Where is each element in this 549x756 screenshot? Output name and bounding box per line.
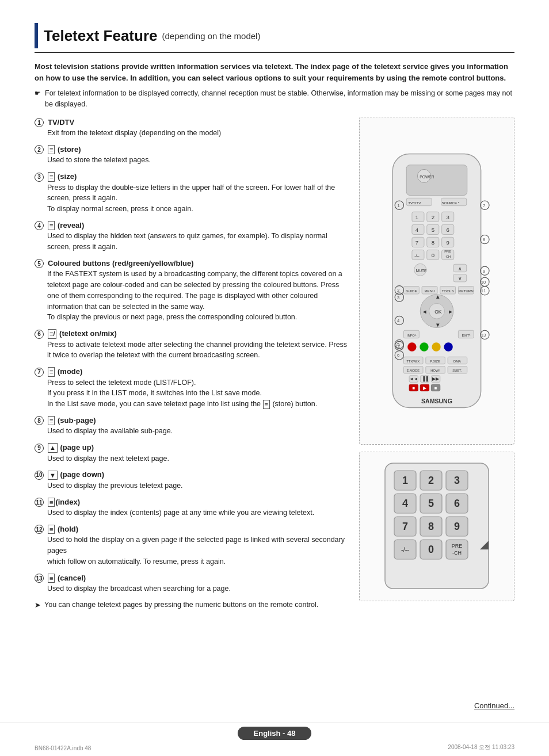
item-4-header: 4 ≡ (reveal) [35,220,350,231]
item-3: 3 ≡ (size) Press to display the double-s… [35,171,350,215]
svg-text:1: 1 [415,213,418,220]
item-9-header: 9 ▲ (page up) [35,442,350,453]
svg-text:PRE: PRE [444,250,451,253]
svg-text:4: 4 [415,226,419,232]
svg-text:-/--: -/-- [401,546,409,553]
item-13-body: Used to display the broadcast when searc… [47,583,350,594]
item-7: 7 ≡ (mode) Press to select the teletext … [35,366,350,410]
item-6-body: Press to activate teletext mode after se… [47,339,350,361]
svg-text:6: 6 [397,353,399,358]
page-wrapper: Teletext Feature (depending on the model… [0,0,549,756]
svg-text:4: 4 [402,498,408,509]
item-8-num: 8 [35,416,44,425]
item-8: 8 ≡ (sub-page) Used to display the avail… [35,415,350,437]
item-13: 13 ≡ (cancel) Used to display the broadc… [35,572,350,594]
item-4: 4 ≡ (reveal) Used to display the hidden … [35,220,350,253]
item-12-body: Used to hold the display on a given page… [47,534,350,567]
svg-text:8: 8 [432,239,434,245]
svg-text:11: 11 [481,288,486,293]
svg-text:EXIT⁶: EXIT⁶ [462,333,471,337]
svg-text:◄: ◄ [422,308,427,314]
svg-text:▶▶: ▶▶ [432,376,440,381]
arrow-symbol: ➤ [35,600,41,611]
item-5-num: 5 [35,259,44,268]
item-2: 2 ≡ (store) Used to store the teletext p… [35,144,350,166]
svg-text:►: ► [448,308,453,314]
item-4-num: 4 [35,221,44,230]
item-5: 5 Coloured buttons (red/green/yellow/blu… [35,258,350,323]
item-6-header: 6 ≡/ (teletext on/mix) [35,328,350,339]
svg-text:INFO⁴: INFO⁴ [407,333,417,337]
bottom-bar: English - 48 [0,723,549,740]
svg-text:1: 1 [402,475,408,486]
item-10-header: 10 ▼ (page down) [35,469,350,480]
item-2-body: Used to store the teletext pages. [47,155,350,166]
remote-main-image: POWER TV/DTV SOURCE ⁿ 1 7 1 2 [359,117,514,445]
item-9-title: ▲ (page up) [48,442,94,453]
svg-text:0: 0 [428,544,434,555]
item-3-header: 3 ≡ (size) [35,171,350,182]
svg-text:◄◄: ◄◄ [409,376,418,381]
svg-text:10: 10 [481,279,486,284]
svg-text:TOOLS: TOOLS [442,289,454,293]
svg-text:3: 3 [454,475,460,486]
svg-text:▐▐: ▐▐ [421,376,428,382]
svg-text:▼: ▼ [435,321,440,327]
svg-text:5: 5 [428,498,434,509]
svg-text:2: 2 [432,213,434,220]
svg-point-75 [444,342,452,351]
svg-text:2: 2 [397,288,399,293]
svg-text:-CH: -CH [445,254,451,258]
svg-text:OK: OK [434,308,442,314]
svg-point-73 [420,342,428,351]
svg-text:3: 3 [447,213,449,220]
item-8-header: 8 ≡ (sub-page) [35,415,350,426]
svg-text:3: 3 [397,295,399,300]
item-3-title: ≡ (size) [48,171,77,182]
item-11: 11 ≡(index) Used to display the index (c… [35,497,350,518]
svg-text:E.MODE: E.MODE [406,369,420,372]
svg-text:4: 4 [397,318,400,323]
svg-text:5: 5 [432,226,434,232]
svg-text:SOURCE ⁿ: SOURCE ⁿ [442,200,460,204]
item-9-body: Used to display the next teletext page. [47,453,350,464]
svg-point-74 [432,342,440,351]
svg-text:8: 8 [428,521,434,532]
footer-date: 2008-04-18 오전 11:03:23 [448,743,514,751]
svg-text:1: 1 [397,203,399,208]
item-10-title: ▼ (page down) [48,469,104,480]
footer-file: BN68-01422A.indb 48 [35,745,91,751]
blue-bar [35,23,38,48]
svg-text:-CH: -CH [452,550,462,556]
item-7-header: 7 ≡ (mode) [35,366,350,377]
svg-text:MUTE: MUTE [416,268,427,272]
left-column: 1 TV/DTV Exit from the teletext display … [35,117,350,614]
item-5-header: 5 Coloured buttons (red/green/yellow/blu… [35,258,350,269]
svg-text:5: 5 [397,342,399,347]
item-12: 12 ≡ (hold) Used to hold the display on … [35,524,350,567]
arrow-item: ➤ You can change teletext pages by press… [35,600,350,611]
item-4-body: Used to display the hidden text (answers… [47,231,350,253]
right-column: POWER TV/DTV SOURCE ⁿ 1 7 1 2 [359,117,514,614]
page-badge: English - 48 [238,727,312,740]
remote-small-image: 1 2 3 4 5 6 7 8 9 -/-- 0 [359,452,514,601]
svg-text:▶: ▶ [423,385,427,390]
arrow-item-text: You can change teletext pages by pressin… [44,600,318,611]
item-5-title: Coloured buttons (red/green/yellow/blue) [48,258,194,269]
svg-text:∨: ∨ [458,276,462,281]
item-13-header: 13 ≡ (cancel) [35,572,350,584]
item-10: 10 ▼ (page down) Used to display the pre… [35,469,350,491]
item-12-header: 12 ≡ (hold) [35,524,350,535]
item-1-num: 1 [35,118,44,127]
svg-text:■: ■ [412,385,415,390]
title-section: Teletext Feature (depending on the model… [35,23,514,53]
item-6: 6 ≡/ (teletext on/mix) Press to activate… [35,328,350,361]
remote-small-svg: 1 2 3 4 5 6 7 8 9 -/-- 0 [373,460,500,593]
item-11-header: 11 ≡(index) [35,497,350,508]
item-6-num: 6 [35,330,44,339]
svg-text:0: 0 [432,251,434,258]
svg-text:13: 13 [481,332,486,337]
item-3-num: 3 [35,173,44,182]
svg-text:9: 9 [454,521,460,532]
item-1: 1 TV/DTV Exit from the teletext display … [35,117,350,139]
